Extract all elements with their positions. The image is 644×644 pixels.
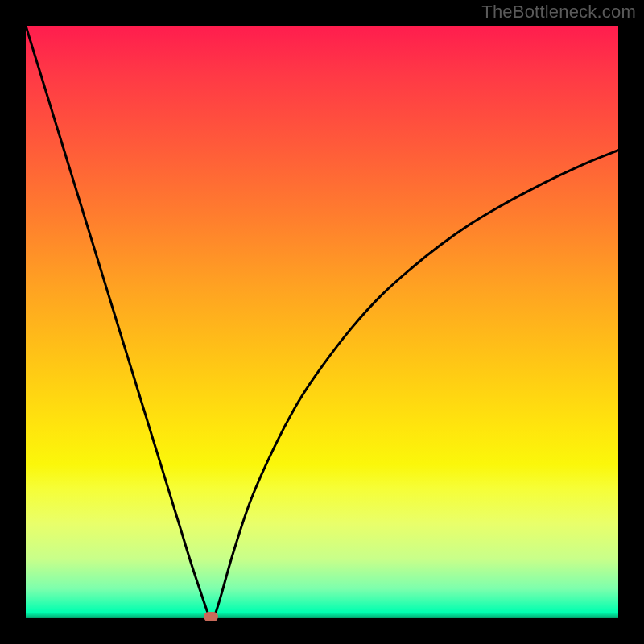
curve-svg [26, 26, 618, 618]
chart-frame: TheBottleneck.com [0, 0, 644, 644]
watermark-text: TheBottleneck.com [481, 2, 636, 23]
bottleneck-curve [26, 26, 618, 617]
plot-area [26, 26, 618, 618]
minimum-marker [204, 612, 218, 621]
